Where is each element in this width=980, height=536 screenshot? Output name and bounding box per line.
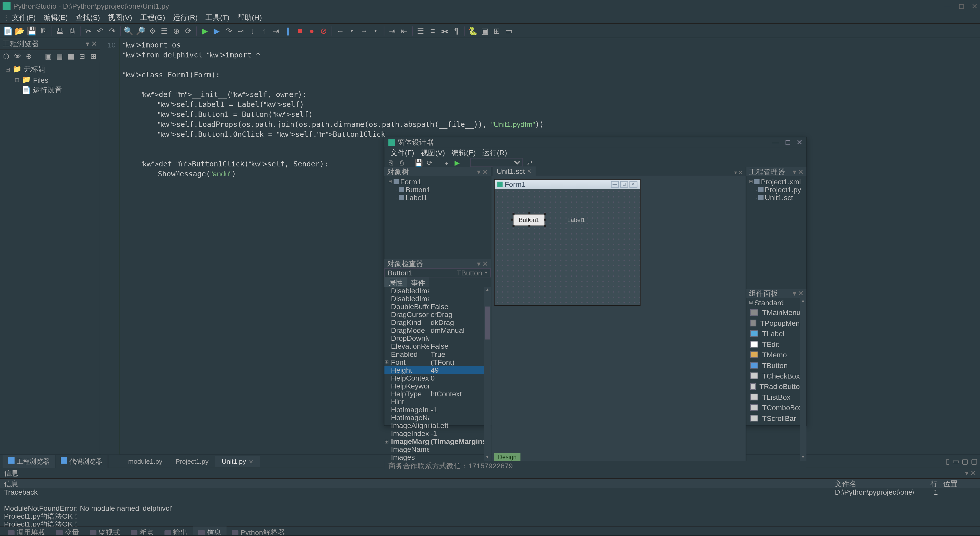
designer-file-tab[interactable]: Unit1.sct ✕ (493, 166, 536, 176)
step-out-icon[interactable]: ↑ (259, 25, 269, 36)
open-folder-icon[interactable]: 📂 (14, 25, 25, 36)
close-tab-icon[interactable]: ▢ (962, 457, 968, 466)
bottom-tab[interactable]: 调用堆栈 (3, 526, 51, 535)
object-tree[interactable]: ⊟Form1·Button1·Label1 (384, 177, 491, 259)
options-icon[interactable]: ☰ (159, 25, 170, 36)
designer-close-icon[interactable]: ✕ (797, 138, 802, 147)
dt-paste-icon[interactable]: ⎙ (398, 159, 406, 166)
python-icon[interactable]: 🐍 (468, 25, 478, 36)
panel-pin-icon[interactable]: ▾ (86, 40, 90, 48)
palette-item[interactable]: TCheckBox (746, 371, 807, 381)
bookmark-icon[interactable]: ☰ (415, 25, 426, 36)
proj-tree-node[interactable]: ·Project1.py (748, 186, 805, 194)
dt-switch-icon[interactable]: ⇄ (526, 159, 534, 166)
print-icon[interactable]: 🖶 (55, 25, 65, 36)
property-grid[interactable]: DisabledImageNameDisabledImagesDoubleBuf… (384, 286, 491, 461)
bottom-tab[interactable]: 信息 (193, 526, 227, 535)
menu-item[interactable]: 查找(S) (72, 11, 104, 24)
dt-run-icon[interactable]: ▶ (453, 159, 461, 166)
nav-fwd-drop-icon[interactable]: ▾ (371, 25, 381, 36)
window-icon[interactable]: ⊞ (491, 25, 502, 36)
message-row[interactable]: Project1.py的语法OK！ (0, 520, 980, 526)
file-tab[interactable]: module1.py (121, 456, 169, 467)
design-surface[interactable]: Form1 — □ ✕ Button1 Label1 (491, 177, 746, 461)
pt-c-icon[interactable]: ▦ (67, 52, 75, 61)
designer-maximize-icon[interactable]: □ (786, 138, 790, 147)
nav-back-icon[interactable]: ← (335, 25, 345, 36)
dt-tool-icon[interactable]: ⬥ (442, 159, 450, 166)
scroll-up-icon[interactable]: ▴ (484, 286, 491, 293)
menu-item[interactable]: 工程(G) (136, 11, 169, 24)
list-icon[interactable]: ≡ (427, 25, 438, 36)
pt-view-icon[interactable]: 👁 (14, 52, 21, 61)
object-tree-node[interactable]: ⊟Form1 (386, 178, 489, 186)
designer-menu-item[interactable]: 运行(R) (479, 147, 510, 158)
save-icon[interactable]: 💾 (27, 25, 37, 36)
print-setup-icon[interactable]: ⎙ (67, 25, 77, 36)
tabs-pin-icon[interactable]: ▾ ✕ (733, 170, 745, 176)
indent-icon[interactable]: ⇥ (387, 25, 398, 36)
property-row[interactable]: DisabledImages (384, 294, 491, 302)
nav-back-drop-icon[interactable]: ▾ (347, 25, 357, 36)
property-row[interactable]: ⊞Font(TFont) (384, 358, 491, 366)
code-editor[interactable]: 10 "kw">import os "kw">from delphivcl "k… (100, 38, 980, 454)
menu-item[interactable]: 帮助(H) (233, 11, 266, 24)
property-row[interactable]: ⊞ImageMargins(TImageMargins) (384, 437, 491, 445)
clear-breakpoints-icon[interactable]: ⊘ (318, 25, 329, 36)
messages-list[interactable]: TracebackD:\Python\pyproject\one\Project… (0, 488, 980, 526)
run-to-cursor-icon[interactable]: ⇥ (271, 25, 281, 36)
prop-scrollbar[interactable]: ▴ ▾ (484, 286, 491, 461)
step-over-icon[interactable]: ⤻ (235, 25, 245, 36)
palette-item[interactable]: TMainMenu (746, 307, 807, 318)
component-palette[interactable]: ⊟ Standard TMainMenuTPopupMenuTLabelTEdi… (746, 298, 807, 461)
property-row[interactable]: Images (384, 453, 491, 461)
para-icon[interactable]: ¶ (451, 25, 462, 36)
msg-pin-icon[interactable]: ▾ (965, 469, 969, 477)
tab-properties[interactable]: 属性 (384, 277, 407, 286)
pt-a-icon[interactable]: ▣ (45, 52, 52, 61)
search-icon[interactable]: 🔍 (124, 25, 134, 36)
obj-insp-pin-icon[interactable]: ▾ (477, 259, 481, 268)
pt-new-icon[interactable]: ⬡ (3, 52, 10, 61)
tree-node[interactable]: ⊟📁Files (3, 75, 97, 84)
designer-minimize-icon[interactable]: — (772, 138, 779, 147)
minimize-button[interactable]: — (944, 2, 951, 10)
property-row[interactable]: HotImageName (384, 414, 491, 421)
tree-node[interactable]: 📄运行设置 (3, 84, 97, 96)
obj-insp-close-icon[interactable]: ✕ (482, 259, 488, 268)
design-mode-tab[interactable]: Design (494, 453, 520, 461)
proj-tree-node[interactable]: ⊟Project1.xml (748, 178, 805, 186)
property-row[interactable]: ElevationRequiredFalse (384, 342, 491, 350)
scroll-thumb[interactable] (485, 307, 490, 339)
message-row[interactable]: TracebackD:\Python\pyproject\one\Project… (0, 488, 980, 496)
designer-icon[interactable]: ▭ (503, 25, 514, 36)
pm-pin-icon[interactable]: ▾ (793, 167, 797, 176)
property-row[interactable]: HelpKeyword (384, 382, 491, 390)
stop-icon[interactable]: ■ (294, 25, 305, 36)
project-tree[interactable]: ⊟📁无标题⊟📁Files📄运行设置 (0, 62, 100, 454)
palette-item[interactable]: TEdit (746, 339, 807, 350)
step-into-icon[interactable]: ↓ (247, 25, 258, 36)
dt-refresh-icon[interactable]: ⟳ (425, 159, 433, 166)
proj-tree-node[interactable]: ·Unit1.sct (748, 194, 805, 201)
designer-title-bar[interactable]: 窗体设计器 — □ ✕ (384, 137, 807, 147)
pt-b-icon[interactable]: ▤ (56, 52, 63, 61)
save-all-icon[interactable]: ⎘ (38, 25, 49, 36)
property-row[interactable]: HelpContext0 (384, 374, 491, 382)
comment-icon[interactable]: ⫘ (439, 25, 450, 36)
menu-item[interactable]: 运行(R) (169, 11, 202, 24)
breakpoint-icon[interactable]: ● (307, 25, 317, 36)
pal-scroll-up-icon[interactable]: ▴ (800, 298, 807, 304)
tab-close-icon[interactable]: ✕ (527, 168, 531, 174)
maximize-button[interactable]: □ (959, 2, 964, 10)
bottom-tab[interactable]: 输出 (159, 526, 193, 535)
property-row[interactable]: HotImageIndex-1 (384, 406, 491, 414)
pause-icon[interactable]: ‖ (283, 25, 293, 36)
pt-add-icon[interactable]: ⊕ (25, 52, 33, 61)
property-row[interactable]: ImageIndex-1 (384, 429, 491, 437)
undo-icon[interactable]: ↶ (95, 25, 106, 36)
panel-close-icon[interactable]: ✕ (91, 40, 97, 48)
designer-menu-item[interactable]: 编辑(E) (449, 147, 479, 158)
split-h-icon[interactable]: ▭ (953, 457, 959, 466)
redo-icon[interactable]: ↷ (107, 25, 118, 36)
